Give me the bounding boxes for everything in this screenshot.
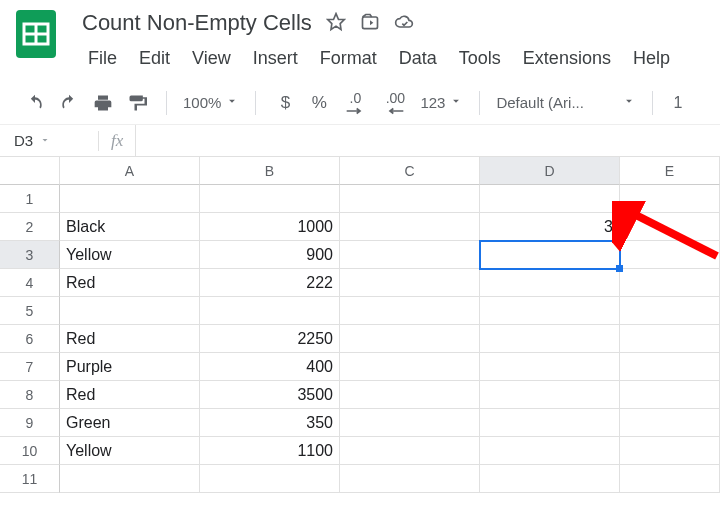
font-family-select[interactable]: Default (Ari...: [496, 94, 636, 111]
row-header[interactable]: 6: [0, 325, 60, 353]
row-header[interactable]: 9: [0, 409, 60, 437]
cell-B9[interactable]: 350: [200, 409, 340, 437]
cell-D5[interactable]: [480, 297, 620, 325]
font-size-fragment[interactable]: 1: [669, 94, 682, 112]
col-header-B[interactable]: B: [200, 157, 340, 185]
cell-A9[interactable]: Green: [60, 409, 200, 437]
cell-C5[interactable]: [340, 297, 480, 325]
cell-B11[interactable]: [200, 465, 340, 493]
document-title[interactable]: Count Non-Empty Cells: [78, 8, 316, 38]
cell-E9[interactable]: [620, 409, 720, 437]
cell-B3[interactable]: 900: [200, 241, 340, 269]
cell-D3[interactable]: [480, 241, 620, 269]
cell-A2[interactable]: Black: [60, 213, 200, 241]
row-header[interactable]: 5: [0, 297, 60, 325]
cell-A10[interactable]: Yellow: [60, 437, 200, 465]
menu-file[interactable]: File: [78, 46, 127, 71]
cell-A11[interactable]: [60, 465, 200, 493]
cell-A6[interactable]: Red: [60, 325, 200, 353]
col-header-A[interactable]: A: [60, 157, 200, 185]
cell-E4[interactable]: [620, 269, 720, 297]
cell-C10[interactable]: [340, 437, 480, 465]
paint-format-icon[interactable]: [124, 90, 150, 116]
undo-icon[interactable]: [22, 90, 48, 116]
format-currency-icon[interactable]: $: [272, 90, 298, 116]
menu-view[interactable]: View: [182, 46, 241, 71]
cell-C7[interactable]: [340, 353, 480, 381]
row-header[interactable]: 4: [0, 269, 60, 297]
cell-B1[interactable]: [200, 185, 340, 213]
cell-B4[interactable]: 222: [200, 269, 340, 297]
cell-C8[interactable]: [340, 381, 480, 409]
row-header[interactable]: 8: [0, 381, 60, 409]
cell-C9[interactable]: [340, 409, 480, 437]
cell-C11[interactable]: [340, 465, 480, 493]
cell-A7[interactable]: Purple: [60, 353, 200, 381]
cell-C4[interactable]: [340, 269, 480, 297]
cell-E10[interactable]: [620, 437, 720, 465]
increase-decimal-icon[interactable]: .00: [378, 90, 412, 116]
menu-format[interactable]: Format: [310, 46, 387, 71]
cell-D9[interactable]: [480, 409, 620, 437]
cell-C3[interactable]: [340, 241, 480, 269]
cell-D4[interactable]: [480, 269, 620, 297]
row-header[interactable]: 11: [0, 465, 60, 493]
cell-D8[interactable]: [480, 381, 620, 409]
cell-B7[interactable]: 400: [200, 353, 340, 381]
menu-extensions[interactable]: Extensions: [513, 46, 621, 71]
move-icon[interactable]: [360, 12, 380, 35]
cell-C2[interactable]: [340, 213, 480, 241]
menu-edit[interactable]: Edit: [129, 46, 180, 71]
cell-D6[interactable]: [480, 325, 620, 353]
decrease-decimal-icon[interactable]: .0: [340, 90, 370, 116]
menu-tools[interactable]: Tools: [449, 46, 511, 71]
spreadsheet-grid[interactable]: A B C D E 1 2 Black 1000 3 3 Yellow 900 …: [0, 157, 720, 493]
row-header[interactable]: 7: [0, 353, 60, 381]
sheets-logo[interactable]: [8, 6, 64, 62]
cell-E2[interactable]: [620, 213, 720, 241]
col-header-E[interactable]: E: [620, 157, 720, 185]
cloud-status-icon[interactable]: [394, 12, 414, 35]
row-header[interactable]: 3: [0, 241, 60, 269]
select-all-corner[interactable]: [0, 157, 60, 185]
cell-D10[interactable]: [480, 437, 620, 465]
cell-A3[interactable]: Yellow: [60, 241, 200, 269]
cell-D11[interactable]: [480, 465, 620, 493]
cell-E6[interactable]: [620, 325, 720, 353]
number-format-select[interactable]: 123: [420, 94, 463, 111]
redo-icon[interactable]: [56, 90, 82, 116]
print-icon[interactable]: [90, 90, 116, 116]
zoom-select[interactable]: 100%: [183, 94, 239, 111]
row-header[interactable]: 10: [0, 437, 60, 465]
cell-A1[interactable]: [60, 185, 200, 213]
cell-B2[interactable]: 1000: [200, 213, 340, 241]
menu-data[interactable]: Data: [389, 46, 447, 71]
formula-input[interactable]: [135, 125, 720, 156]
cell-B6[interactable]: 2250: [200, 325, 340, 353]
col-header-D[interactable]: D: [480, 157, 620, 185]
cell-B8[interactable]: 3500: [200, 381, 340, 409]
row-header[interactable]: 1: [0, 185, 60, 213]
cell-E8[interactable]: [620, 381, 720, 409]
format-percent-icon[interactable]: %: [306, 90, 332, 116]
cell-E1[interactable]: [620, 185, 720, 213]
cell-A5[interactable]: [60, 297, 200, 325]
cell-B5[interactable]: [200, 297, 340, 325]
row-header[interactable]: 2: [0, 213, 60, 241]
cell-E3[interactable]: [620, 241, 720, 269]
cell-C6[interactable]: [340, 325, 480, 353]
cell-A8[interactable]: Red: [60, 381, 200, 409]
cell-D2[interactable]: 3: [480, 213, 620, 241]
menu-insert[interactable]: Insert: [243, 46, 308, 71]
name-box[interactable]: D3: [0, 132, 98, 149]
star-icon[interactable]: [326, 12, 346, 35]
cell-B10[interactable]: 1100: [200, 437, 340, 465]
cell-E11[interactable]: [620, 465, 720, 493]
cell-D1[interactable]: [480, 185, 620, 213]
cell-A4[interactable]: Red: [60, 269, 200, 297]
col-header-C[interactable]: C: [340, 157, 480, 185]
menu-help[interactable]: Help: [623, 46, 680, 71]
cell-C1[interactable]: [340, 185, 480, 213]
cell-E7[interactable]: [620, 353, 720, 381]
cell-D7[interactable]: [480, 353, 620, 381]
